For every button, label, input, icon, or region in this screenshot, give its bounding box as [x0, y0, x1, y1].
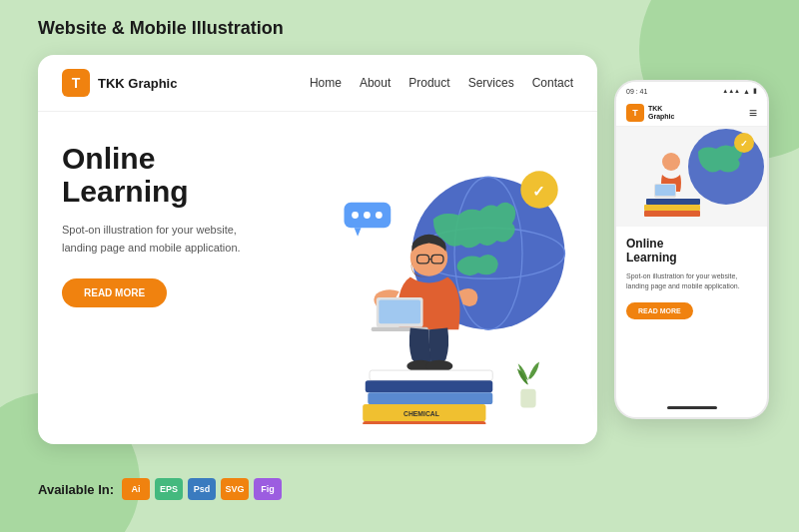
svg-rect-34 — [644, 211, 700, 217]
svg-rect-35 — [646, 199, 700, 205]
svg-text:✓: ✓ — [533, 183, 546, 200]
badge-psd: Psd — [188, 478, 216, 500]
hero-title-line2: Learning — [62, 175, 189, 208]
hero-illustration: ✓ — [302, 142, 573, 424]
page-title: Website & Mobile Illustration — [38, 18, 284, 39]
nav-services[interactable]: Services — [468, 76, 514, 90]
mobile-status-icons: ▲▲▲ ▲ ▮ — [722, 87, 757, 95]
svg-text:CHEMICAL: CHEMICAL — [403, 410, 439, 417]
nav-home[interactable]: Home — [310, 76, 342, 90]
hero-text-section: Online Learning Spot-on illustration for… — [62, 142, 302, 424]
signal-icon: ▲▲▲ — [722, 88, 740, 94]
mobile-home-indicator — [667, 406, 717, 409]
mobile-logo-icon: T — [626, 104, 644, 122]
mobile-hero-content: Online Learning Spot-on illustration for… — [616, 227, 767, 329]
website-mockup-card: T TKK Graphic Home About Product Service… — [38, 55, 597, 444]
mobile-illustration-svg: ✓ — [616, 127, 767, 227]
wifi-icon: ▲ — [743, 88, 750, 95]
logo-icon: T — [62, 69, 90, 97]
svg-marker-9 — [355, 228, 362, 237]
svg-rect-26 — [520, 389, 535, 408]
svg-rect-33 — [644, 205, 700, 211]
badge-ai: Ai — [122, 478, 150, 500]
available-label: Available In: — [38, 482, 114, 497]
hero-title-line1: Online — [62, 142, 155, 175]
battery-icon: ▮ — [753, 87, 757, 95]
svg-rect-24 — [363, 421, 485, 424]
svg-rect-20 — [366, 380, 493, 392]
mobile-read-more-button[interactable]: READ MORE — [626, 302, 693, 319]
svg-point-8 — [376, 212, 383, 219]
mobile-logo-text: TKK Graphic — [648, 105, 674, 122]
hero-title: Online Learning — [62, 142, 302, 208]
mobile-logo: T TKK Graphic — [626, 104, 674, 122]
mobile-navbar: T TKK Graphic ≡ — [616, 100, 767, 127]
available-in-section: Available In: Ai EPS Psd SVG Fig — [38, 478, 282, 500]
mobile-time: 09 : 41 — [626, 88, 647, 95]
hamburger-icon[interactable]: ≡ — [749, 105, 757, 121]
nav-about[interactable]: About — [360, 76, 391, 90]
badge-eps: EPS — [155, 478, 183, 500]
hero-subtitle: Spot-on illustration for your website, l… — [62, 222, 242, 257]
nav-contact[interactable]: Contact — [532, 76, 573, 90]
logo-text: TKK Graphic — [98, 76, 177, 91]
svg-point-7 — [364, 212, 371, 219]
website-navbar: T TKK Graphic Home About Product Service… — [38, 55, 597, 112]
read-more-button[interactable]: READ MORE — [62, 278, 167, 307]
format-badges-list: Ai EPS Psd SVG Fig — [122, 478, 282, 500]
navbar-links: Home About Product Services Contact — [310, 76, 573, 90]
svg-text:✓: ✓ — [740, 139, 748, 149]
illustration-svg: ✓ — [302, 142, 573, 424]
badge-fig: Fig — [254, 478, 282, 500]
svg-rect-21 — [368, 392, 492, 404]
svg-rect-15 — [379, 300, 420, 324]
svg-point-30 — [662, 153, 680, 171]
svg-point-6 — [352, 212, 359, 219]
website-content: Online Learning Spot-on illustration for… — [38, 112, 597, 444]
badge-svg: SVG — [221, 478, 249, 500]
mobile-mockup-card: 09 : 41 ▲▲▲ ▲ ▮ T TKK Graphic ≡ ✓ — [614, 80, 769, 419]
svg-rect-32 — [655, 185, 675, 196]
mobile-hero-title: Online Learning — [626, 237, 757, 266]
navbar-logo: T TKK Graphic — [62, 69, 177, 97]
nav-product[interactable]: Product — [408, 76, 449, 90]
mobile-illustration-area: ✓ — [616, 127, 767, 227]
svg-rect-19 — [370, 370, 492, 380]
mobile-statusbar: 09 : 41 ▲▲▲ ▲ ▮ — [616, 82, 767, 100]
mobile-hero-subtitle: Spot-on illustration for your website, l… — [626, 271, 757, 292]
